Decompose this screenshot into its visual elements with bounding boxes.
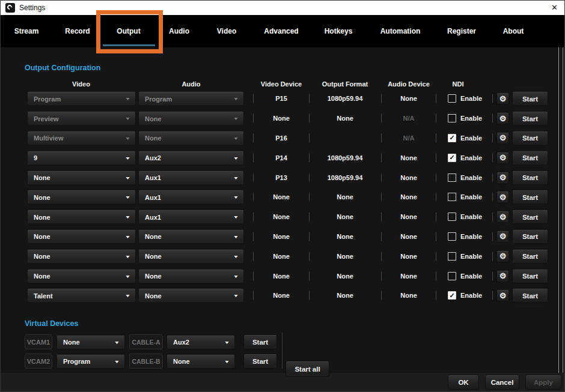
column-divider — [309, 173, 310, 182]
tab-register[interactable]: Register — [447, 27, 476, 35]
tab-video[interactable]: Video — [217, 27, 236, 35]
start-button[interactable]: Start — [512, 229, 548, 244]
video-device-value: None — [273, 193, 290, 201]
cable-audio-select[interactable]: None ▼ — [166, 354, 235, 369]
output-row: Talent ▼ None ▼ None None None ✓ Enable … — [1, 286, 564, 306]
start-button[interactable]: Start — [512, 210, 548, 225]
video-select-value: Program — [34, 95, 61, 102]
audio-select[interactable]: None ▼ — [138, 288, 244, 303]
tab-hotkeys[interactable]: Hotkeys — [325, 27, 353, 35]
start-button[interactable]: Start — [512, 249, 548, 264]
enable-label: Enable — [460, 233, 482, 240]
gear-icon[interactable]: ⚙ — [496, 250, 509, 262]
gear-icon[interactable]: ⚙ — [496, 171, 509, 184]
virtual-device-start-button[interactable]: Start — [243, 334, 277, 349]
footer-bar: OK Cancel Apply — [1, 373, 564, 391]
vcam-video-select[interactable]: Program ▼ — [56, 354, 125, 369]
audio-select: None ▼ — [138, 130, 244, 145]
gear-icon[interactable]: ⚙ — [496, 270, 509, 282]
ndi-enable-checkbox[interactable]: ✓ — [448, 193, 456, 201]
audio-select[interactable]: None ▼ — [138, 268, 244, 283]
output-format-value: 1080p59.94 — [328, 95, 363, 102]
column-divider — [436, 291, 436, 300]
close-icon[interactable]: ✕ — [551, 3, 558, 13]
gear-icon[interactable]: ⚙ — [496, 92, 509, 105]
video-select[interactable]: None ▼ — [27, 249, 136, 264]
gear-icon[interactable]: ⚙ — [496, 211, 509, 223]
audio-select[interactable]: Aux1 ▼ — [138, 170, 244, 185]
output-row: Program ▼ Program ▼ P15 1080p59.94 None … — [1, 89, 564, 109]
video-select[interactable]: 9 ▼ — [27, 150, 136, 165]
video-select[interactable]: Talent ▼ — [27, 288, 136, 303]
tab-audio[interactable]: Audio — [169, 27, 189, 35]
output-row: Preview ▼ None ▼ None None N/A ✓ Enable … — [1, 109, 564, 128]
video-select[interactable]: None ▼ — [27, 229, 136, 244]
ndi-enable-checkbox[interactable]: ✓ — [448, 252, 456, 261]
start-button[interactable]: Start — [512, 150, 548, 165]
video-select[interactable]: None ▼ — [27, 268, 136, 283]
audio-select-value: None — [145, 253, 162, 260]
column-divider — [492, 271, 493, 280]
tab-record[interactable]: Record — [65, 27, 90, 35]
column-divider — [492, 133, 493, 142]
audio-select[interactable]: Aux1 ▼ — [138, 210, 244, 225]
cancel-button[interactable]: Cancel — [485, 375, 519, 390]
ndi-enable-checkbox[interactable]: ✓ — [448, 114, 456, 122]
start-button[interactable]: Start — [512, 268, 548, 283]
video-select[interactable]: None ▼ — [27, 170, 136, 185]
tab-advanced[interactable]: Advanced — [264, 27, 298, 35]
audio-device-value: None — [400, 253, 417, 260]
column-divider — [253, 232, 254, 241]
audio-device-value: None — [400, 213, 417, 220]
audio-select[interactable]: None ▼ — [138, 229, 244, 244]
apply-button[interactable]: Apply — [525, 375, 561, 390]
gear-icon[interactable]: ⚙ — [496, 112, 509, 125]
column-divider — [309, 114, 310, 123]
tab-about[interactable]: About — [503, 27, 524, 35]
tab-bar: StreamRecordOutputAudioVideoAdvancedHotk… — [1, 15, 564, 47]
audio-select[interactable]: Aux1 ▼ — [138, 190, 244, 205]
ndi-enable-checkbox[interactable]: ✓ — [448, 134, 456, 142]
start-button[interactable]: Start — [512, 190, 548, 205]
column-divider — [381, 153, 382, 162]
ok-button[interactable]: OK — [448, 375, 479, 390]
vcam-label: VCAM2 — [25, 354, 52, 369]
ndi-enable-checkbox[interactable]: ✓ — [448, 154, 456, 162]
start-button[interactable]: Start — [512, 288, 548, 303]
gear-icon[interactable]: ⚙ — [496, 191, 509, 204]
start-button[interactable]: Start — [512, 130, 548, 145]
tab-stream[interactable]: Stream — [14, 27, 39, 35]
column-header-video-device: Video Device — [261, 80, 302, 88]
vertical-scrollbar[interactable] — [558, 47, 563, 392]
gear-icon[interactable]: ⚙ — [496, 151, 509, 164]
start-button[interactable]: Start — [512, 91, 548, 106]
video-device-value: P13 — [275, 174, 287, 181]
gear-icon[interactable]: ⚙ — [496, 289, 509, 302]
ndi-enable-checkbox[interactable]: ✓ — [448, 291, 456, 300]
video-device-value: P15 — [275, 95, 287, 102]
video-device-value: None — [273, 213, 290, 220]
start-button[interactable]: Start — [512, 111, 548, 126]
audio-select[interactable]: None ▼ — [138, 249, 244, 264]
gear-icon[interactable]: ⚙ — [496, 230, 509, 243]
ndi-enable-checkbox[interactable]: ✓ — [448, 94, 456, 103]
tab-output[interactable]: Output — [117, 27, 140, 35]
gear-icon[interactable]: ⚙ — [496, 131, 509, 144]
cable-audio-select-value: Aux2 — [173, 339, 189, 346]
cable-audio-select[interactable]: Aux2 ▼ — [166, 334, 235, 349]
ndi-enable-checkbox[interactable]: ✓ — [448, 272, 456, 280]
vcam-video-select[interactable]: None ▼ — [56, 334, 125, 349]
start-button[interactable]: Start — [512, 170, 548, 185]
start-all-button[interactable]: Start all — [286, 361, 329, 377]
settings-window: Settings ✕ StreamRecordOutputAudioVideoA… — [0, 0, 565, 392]
audio-select[interactable]: Aux2 ▼ — [138, 150, 244, 165]
ndi-enable-checkbox[interactable]: ✓ — [448, 173, 456, 182]
ndi-enable-checkbox[interactable]: ✓ — [448, 232, 456, 241]
virtual-device-start-button[interactable]: Start — [243, 354, 277, 369]
video-select[interactable]: None ▼ — [27, 190, 136, 205]
ndi-enable-checkbox[interactable]: ✓ — [448, 213, 456, 221]
tab-automation[interactable]: Automation — [380, 27, 421, 35]
column-header-audio-device: Audio Device — [388, 80, 430, 88]
enable-label: Enable — [460, 134, 482, 142]
video-select[interactable]: None ▼ — [27, 210, 136, 225]
